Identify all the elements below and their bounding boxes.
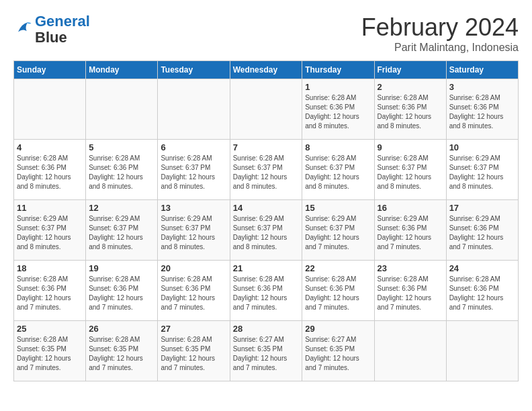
day-info: Sunrise: 6:28 AM Sunset: 6:37 PM Dayligh…	[305, 154, 371, 191]
day-number: 25	[17, 324, 83, 334]
day-info: Sunrise: 6:28 AM Sunset: 6:36 PM Dayligh…	[89, 154, 154, 191]
calendar-cell: 11Sunrise: 6:29 AM Sunset: 6:37 PM Dayli…	[14, 200, 86, 261]
day-number: 6	[161, 142, 226, 152]
calendar-cell: 29Sunrise: 6:27 AM Sunset: 6:35 PM Dayli…	[302, 321, 374, 381]
day-info: Sunrise: 6:28 AM Sunset: 6:36 PM Dayligh…	[449, 275, 515, 312]
day-info: Sunrise: 6:28 AM Sunset: 6:36 PM Dayligh…	[378, 275, 443, 312]
calendar-cell: 6Sunrise: 6:28 AM Sunset: 6:37 PM Daylig…	[158, 140, 230, 200]
calendar-cell	[86, 79, 158, 140]
calendar-cell: 7Sunrise: 6:28 AM Sunset: 6:37 PM Daylig…	[230, 140, 302, 200]
day-info: Sunrise: 6:29 AM Sunset: 6:37 PM Dayligh…	[161, 214, 226, 252]
day-number: 24	[449, 263, 515, 273]
day-info: Sunrise: 6:29 AM Sunset: 6:37 PM Dayligh…	[89, 214, 154, 252]
calendar-cell	[14, 79, 86, 140]
day-info: Sunrise: 6:27 AM Sunset: 6:35 PM Dayligh…	[233, 335, 300, 373]
day-info: Sunrise: 6:27 AM Sunset: 6:35 PM Dayligh…	[305, 335, 371, 373]
calendar-cell: 28Sunrise: 6:27 AM Sunset: 6:35 PM Dayli…	[230, 321, 302, 381]
logo: General Blue	[13, 13, 90, 46]
page-header: General Blue February 2024 Parit Malinta…	[13, 13, 519, 54]
weekday-header-friday: Friday	[374, 61, 446, 79]
day-number: 9	[378, 142, 443, 152]
calendar-cell: 14Sunrise: 6:29 AM Sunset: 6:37 PM Dayli…	[230, 200, 302, 261]
calendar-week-row: 4Sunrise: 6:28 AM Sunset: 6:36 PM Daylig…	[14, 140, 519, 200]
calendar-cell: 1Sunrise: 6:28 AM Sunset: 6:36 PM Daylig…	[302, 79, 374, 140]
day-info: Sunrise: 6:29 AM Sunset: 6:37 PM Dayligh…	[305, 214, 371, 252]
day-number: 23	[378, 263, 443, 273]
weekday-header-monday: Monday	[86, 61, 158, 79]
page-subtitle: Parit Malintang, Indonesia	[361, 42, 519, 54]
day-number: 13	[161, 203, 226, 213]
calendar-cell	[374, 321, 446, 381]
day-number: 27	[161, 324, 226, 334]
day-info: Sunrise: 6:28 AM Sunset: 6:36 PM Dayligh…	[233, 275, 300, 312]
title-block: February 2024 Parit Malintang, Indonesia	[361, 13, 519, 54]
weekday-header-saturday: Saturday	[446, 61, 518, 79]
calendar-cell: 19Sunrise: 6:28 AM Sunset: 6:36 PM Dayli…	[86, 261, 158, 321]
calendar-cell: 4Sunrise: 6:28 AM Sunset: 6:36 PM Daylig…	[14, 140, 86, 200]
calendar-cell: 10Sunrise: 6:29 AM Sunset: 6:37 PM Dayli…	[446, 140, 518, 200]
calendar-cell: 8Sunrise: 6:28 AM Sunset: 6:37 PM Daylig…	[302, 140, 374, 200]
day-number: 28	[233, 324, 300, 334]
logo-text: General Blue	[35, 13, 90, 46]
day-info: Sunrise: 6:29 AM Sunset: 6:36 PM Dayligh…	[378, 214, 443, 252]
day-info: Sunrise: 6:28 AM Sunset: 6:35 PM Dayligh…	[161, 335, 226, 373]
day-number: 7	[233, 142, 300, 152]
day-number: 8	[305, 142, 371, 152]
day-info: Sunrise: 6:28 AM Sunset: 6:36 PM Dayligh…	[378, 93, 443, 131]
calendar-cell: 24Sunrise: 6:28 AM Sunset: 6:36 PM Dayli…	[446, 261, 518, 321]
day-number: 19	[89, 263, 154, 273]
calendar-table: SundayMondayTuesdayWednesdayThursdayFrid…	[13, 60, 519, 381]
day-number: 14	[233, 203, 300, 213]
day-number: 10	[449, 142, 515, 152]
day-info: Sunrise: 6:29 AM Sunset: 6:37 PM Dayligh…	[449, 154, 515, 191]
calendar-cell: 16Sunrise: 6:29 AM Sunset: 6:36 PM Dayli…	[374, 200, 446, 261]
day-info: Sunrise: 6:28 AM Sunset: 6:37 PM Dayligh…	[161, 154, 226, 191]
day-number: 15	[305, 203, 371, 213]
calendar-cell: 12Sunrise: 6:29 AM Sunset: 6:37 PM Dayli…	[86, 200, 158, 261]
day-info: Sunrise: 6:28 AM Sunset: 6:36 PM Dayligh…	[161, 275, 226, 312]
calendar-week-row: 25Sunrise: 6:28 AM Sunset: 6:35 PM Dayli…	[14, 321, 519, 381]
day-info: Sunrise: 6:28 AM Sunset: 6:36 PM Dayligh…	[17, 154, 83, 191]
weekday-header-row: SundayMondayTuesdayWednesdayThursdayFrid…	[14, 61, 519, 79]
calendar-cell: 26Sunrise: 6:28 AM Sunset: 6:35 PM Dayli…	[86, 321, 158, 381]
day-info: Sunrise: 6:28 AM Sunset: 6:36 PM Dayligh…	[449, 93, 515, 131]
calendar-week-row: 11Sunrise: 6:29 AM Sunset: 6:37 PM Dayli…	[14, 200, 519, 261]
day-info: Sunrise: 6:28 AM Sunset: 6:36 PM Dayligh…	[89, 275, 154, 312]
day-info: Sunrise: 6:29 AM Sunset: 6:37 PM Dayligh…	[17, 214, 83, 252]
day-number: 17	[449, 203, 515, 213]
calendar-cell: 23Sunrise: 6:28 AM Sunset: 6:36 PM Dayli…	[374, 261, 446, 321]
day-info: Sunrise: 6:28 AM Sunset: 6:37 PM Dayligh…	[378, 154, 443, 191]
day-number: 21	[233, 263, 300, 273]
logo-bird-icon	[13, 19, 32, 38]
calendar-cell	[230, 79, 302, 140]
calendar-week-row: 1Sunrise: 6:28 AM Sunset: 6:36 PM Daylig…	[14, 79, 519, 140]
weekday-header-thursday: Thursday	[302, 61, 374, 79]
calendar-cell: 20Sunrise: 6:28 AM Sunset: 6:36 PM Dayli…	[158, 261, 230, 321]
calendar-cell: 17Sunrise: 6:29 AM Sunset: 6:36 PM Dayli…	[446, 200, 518, 261]
day-number: 12	[89, 203, 154, 213]
day-number: 20	[161, 263, 226, 273]
weekday-header-sunday: Sunday	[14, 61, 86, 79]
calendar-cell: 22Sunrise: 6:28 AM Sunset: 6:36 PM Dayli…	[302, 261, 374, 321]
day-info: Sunrise: 6:28 AM Sunset: 6:35 PM Dayligh…	[89, 335, 154, 373]
day-number: 26	[89, 324, 154, 334]
weekday-header-tuesday: Tuesday	[158, 61, 230, 79]
day-info: Sunrise: 6:29 AM Sunset: 6:36 PM Dayligh…	[449, 214, 515, 252]
calendar-cell: 13Sunrise: 6:29 AM Sunset: 6:37 PM Dayli…	[158, 200, 230, 261]
day-number: 1	[305, 82, 371, 92]
page-title: February 2024	[361, 13, 519, 42]
day-number: 18	[17, 263, 83, 273]
day-info: Sunrise: 6:28 AM Sunset: 6:36 PM Dayligh…	[17, 275, 83, 312]
weekday-header-wednesday: Wednesday	[230, 61, 302, 79]
day-number: 16	[378, 203, 443, 213]
day-info: Sunrise: 6:28 AM Sunset: 6:37 PM Dayligh…	[233, 154, 300, 191]
calendar-week-row: 18Sunrise: 6:28 AM Sunset: 6:36 PM Dayli…	[14, 261, 519, 321]
calendar-cell: 15Sunrise: 6:29 AM Sunset: 6:37 PM Dayli…	[302, 200, 374, 261]
day-number: 5	[89, 142, 154, 152]
calendar-cell: 5Sunrise: 6:28 AM Sunset: 6:36 PM Daylig…	[86, 140, 158, 200]
calendar-cell	[158, 79, 230, 140]
calendar-cell: 9Sunrise: 6:28 AM Sunset: 6:37 PM Daylig…	[374, 140, 446, 200]
day-number: 29	[305, 324, 371, 334]
day-number: 22	[305, 263, 371, 273]
day-info: Sunrise: 6:28 AM Sunset: 6:36 PM Dayligh…	[305, 93, 371, 131]
